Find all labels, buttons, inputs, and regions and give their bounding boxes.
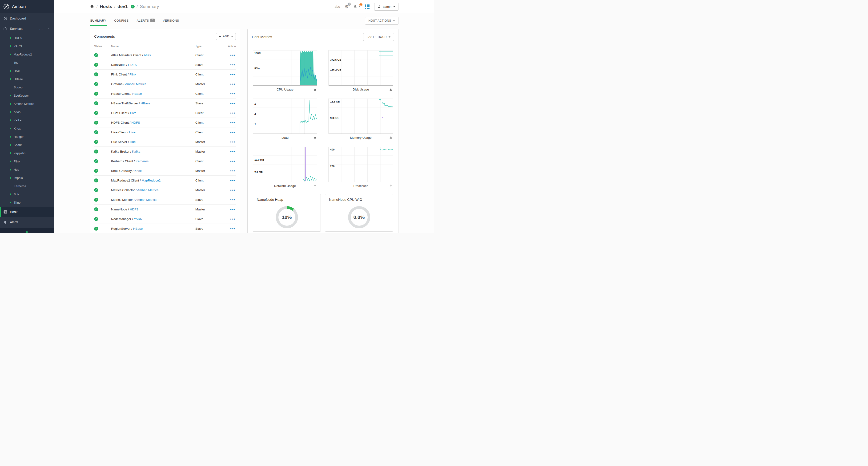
download-icon[interactable]: [313, 136, 317, 139]
services-more-button[interactable]: ...: [39, 27, 43, 31]
download-icon[interactable]: [313, 88, 317, 91]
tab-label: CONFIGS: [114, 19, 128, 22]
app-logo-row[interactable]: Ambari: [0, 0, 54, 13]
row-actions-button[interactable]: ●●●: [224, 160, 236, 163]
tab[interactable]: CONFIGS: [114, 15, 129, 26]
row-actions-button[interactable]: ●●●: [224, 92, 236, 95]
service-link[interactable]: YARN: [134, 217, 143, 221]
row-actions-button[interactable]: ●●●: [224, 140, 236, 143]
row-actions-button[interactable]: ●●●: [224, 227, 236, 230]
row-actions-button[interactable]: ●●●: [224, 218, 236, 220]
service-link[interactable]: Ambari Metrics: [137, 188, 158, 192]
sidebar-service-item[interactable]: YARN: [0, 42, 54, 50]
sidebar-service-item[interactable]: HDFS: [0, 34, 54, 42]
sidebar-item-dashboard[interactable]: Dashboard: [0, 13, 54, 24]
breadcrumb-host-name[interactable]: dev1: [118, 4, 128, 9]
service-link[interactable]: Kerberos: [135, 159, 149, 163]
row-actions-button[interactable]: ●●●: [224, 121, 236, 124]
chart-svg: [329, 147, 393, 182]
row-actions-button[interactable]: ●●●: [224, 73, 236, 76]
sidebar-service-item[interactable]: Solr: [0, 190, 54, 198]
chevron-down-icon[interactable]: [48, 27, 51, 30]
sidebar-service-item[interactable]: Impala: [0, 174, 54, 182]
service-link[interactable]: Flink: [129, 73, 136, 76]
sidebar-service-item[interactable]: Hive: [0, 67, 54, 75]
tab[interactable]: SUMMARY: [90, 15, 106, 26]
sidebar-item-services[interactable]: Services ...: [0, 24, 54, 34]
service-link[interactable]: Atlas: [144, 54, 151, 57]
row-actions-button[interactable]: ●●●: [224, 189, 236, 191]
sidebar-item-alerts[interactable]: Alerts: [0, 217, 54, 227]
tab[interactable]: VERSIONS: [162, 15, 180, 26]
sidebar-service-item[interactable]: Knox: [0, 124, 54, 133]
breadcrumb-hosts-link[interactable]: Hosts: [100, 4, 112, 9]
service-link[interactable]: Ambari Metrics: [125, 82, 146, 86]
sidebar-service-item[interactable]: Ranger: [0, 133, 54, 141]
row-actions-button[interactable]: ●●●: [224, 111, 236, 114]
row-actions-button[interactable]: ●●●: [224, 150, 236, 153]
service-link[interactable]: HBase: [133, 227, 143, 230]
sidebar-service-item[interactable]: Trino: [0, 198, 54, 207]
tab[interactable]: ALERTS 0: [136, 15, 155, 26]
service-link[interactable]: HDFS: [128, 63, 137, 67]
sidebar-service-item[interactable]: Spark: [0, 141, 54, 149]
sidebar-service-item[interactable]: Hue: [0, 166, 54, 174]
service-link[interactable]: Ambari Metrics: [135, 198, 156, 201]
service-status-dot: [10, 103, 11, 105]
sidebar-service-item[interactable]: Kerberos: [0, 182, 54, 190]
sidebar-service-item[interactable]: Ambari Metrics: [0, 100, 54, 108]
service-link[interactable]: Knox: [134, 169, 142, 173]
sidebar-service-item[interactable]: Kafka: [0, 116, 54, 124]
service-status-dot: [10, 120, 11, 121]
app-launcher-button[interactable]: [365, 4, 370, 9]
download-icon[interactable]: [389, 184, 393, 188]
sidebar-service-item[interactable]: Flink: [0, 157, 54, 166]
time-range-button[interactable]: LAST 1 HOUR: [363, 33, 394, 41]
download-icon[interactable]: [389, 88, 393, 91]
sidebar-service-item[interactable]: HBase: [0, 75, 54, 83]
row-actions-button[interactable]: ●●●: [224, 54, 236, 57]
service-link[interactable]: HDFS: [130, 208, 138, 211]
sidebar-item-hosts[interactable]: Hosts: [0, 207, 54, 217]
row-actions-button[interactable]: ●●●: [224, 63, 236, 66]
service-link[interactable]: HBase: [132, 92, 142, 96]
service-link[interactable]: HDFS: [131, 121, 140, 124]
table-row: ✓ NodeManager / YARN Slave ●●●: [94, 214, 236, 224]
download-icon[interactable]: [389, 136, 393, 139]
row-actions-button[interactable]: ●●●: [224, 131, 236, 134]
service-link[interactable]: Kafka: [132, 150, 140, 153]
sidebar-service-item[interactable]: Sqoop: [0, 83, 54, 92]
service-status-dot: [10, 136, 11, 137]
row-actions-button[interactable]: ●●●: [224, 208, 236, 211]
service-link[interactable]: Hive: [129, 131, 135, 134]
row-actions-button[interactable]: ●●●: [224, 169, 236, 172]
settings-menu-button[interactable]: ⚙ 0: [345, 4, 348, 9]
component-type: Client: [195, 121, 224, 124]
service-link[interactable]: HBase: [141, 102, 150, 105]
sidebar-service-item[interactable]: ZooKeeper: [0, 92, 54, 100]
row-actions-button[interactable]: ●●●: [224, 179, 236, 182]
sidebar-service-item[interactable]: Atlas: [0, 108, 54, 116]
name-separator: /: [135, 188, 137, 192]
service-name: HBase: [14, 77, 23, 81]
collapse-sidebar-button[interactable]: «: [26, 229, 28, 233]
home-icon[interactable]: [90, 4, 94, 9]
notifications-menu-button[interactable]: 1: [353, 5, 360, 9]
status-ok-icon: ✓: [94, 207, 98, 211]
row-actions-button[interactable]: ●●●: [224, 82, 236, 85]
add-component-button[interactable]: + ADD: [216, 33, 236, 40]
hosts-icon: [3, 210, 7, 214]
row-actions-button[interactable]: ●●●: [224, 102, 236, 105]
sidebar-service-item[interactable]: Tez: [0, 59, 54, 67]
caret-down-icon: [231, 36, 233, 37]
service-link[interactable]: Hive: [130, 111, 136, 115]
download-icon[interactable]: [313, 184, 317, 188]
host-actions-button[interactable]: HOST ACTIONS: [365, 17, 399, 25]
service-link[interactable]: MapReduce2: [142, 179, 160, 182]
user-menu-button[interactable]: admin: [374, 3, 399, 10]
row-actions-button[interactable]: ●●●: [224, 198, 236, 201]
sidebar-service-item[interactable]: Zeppelin: [0, 149, 54, 157]
service-name: Kerberos: [14, 184, 26, 188]
sidebar-service-item[interactable]: MapReduce2: [0, 50, 54, 59]
service-link[interactable]: Hue: [130, 140, 136, 144]
